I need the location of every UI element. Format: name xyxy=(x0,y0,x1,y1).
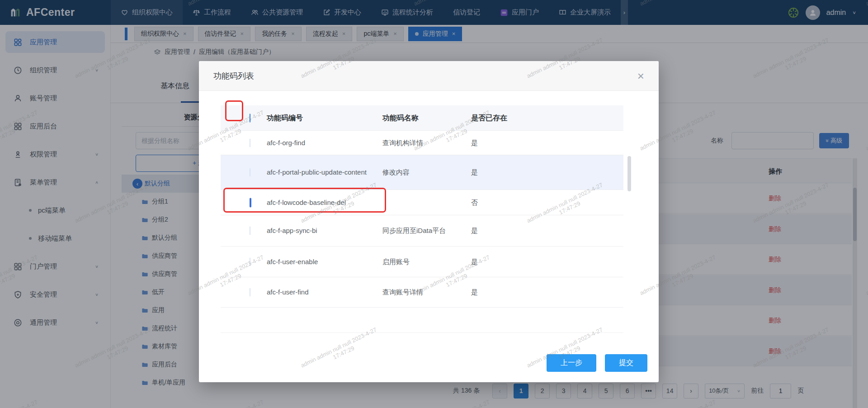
row-checkbox[interactable] xyxy=(250,138,250,147)
previous-step-button[interactable]: 上一步 xyxy=(547,354,596,372)
table-row: afc-f-app-sync-bi 同步应用至iData平台 是 xyxy=(221,215,623,247)
modal-title: 功能码列表 xyxy=(213,71,254,81)
exists-cell: 是 xyxy=(471,138,478,147)
table-row-highlighted: afc-f-portal-public-update-content 修改内容 … xyxy=(221,155,623,190)
row-checkbox[interactable] xyxy=(250,288,250,297)
row-checkbox[interactable] xyxy=(250,257,250,266)
name-cell: 修改内容 xyxy=(382,168,410,177)
row-checkbox[interactable] xyxy=(250,198,251,207)
code-cell: afc-f-user-find xyxy=(267,286,385,299)
table-cut-divider xyxy=(221,332,623,333)
row-checkbox[interactable] xyxy=(250,168,250,177)
code-cell: afc-f-lowcode-baseline-del xyxy=(267,196,385,209)
table-row: afc-f-org-find 查询机构详情 是 xyxy=(221,131,623,155)
name-cell: 查询账号详情 xyxy=(382,288,423,297)
exists-cell: 是 xyxy=(471,257,478,266)
table-row-annotated: afc-f-lowcode-baseline-del 否 xyxy=(221,190,623,215)
select-all-checkbox[interactable] xyxy=(250,114,250,122)
exists-cell: 是 xyxy=(471,227,478,235)
table-row: afc-f-user-enable 启用账号 是 xyxy=(221,247,623,277)
submit-button[interactable]: 提交 xyxy=(605,354,647,372)
exists-cell: 是 xyxy=(471,168,478,177)
column-header-exists: 是否已存在 xyxy=(471,113,507,123)
name-cell: 查询机构详情 xyxy=(382,138,423,147)
exists-cell: 否 xyxy=(471,198,478,207)
name-cell: 同步应用至iData平台 xyxy=(382,227,446,235)
table-header-row: 功能码编号 功能码名称 是否已存在 xyxy=(221,105,623,131)
name-cell: 启用账号 xyxy=(382,257,410,266)
function-code-modal: 功能码列表 × 功能码编号 功能码名称 是否已存在 afc-f-org-find… xyxy=(199,61,659,382)
modal-header: 功能码列表 × xyxy=(199,61,659,91)
column-header-code: 功能码编号 xyxy=(267,114,385,122)
column-header-name: 功能码名称 xyxy=(382,113,419,123)
exists-cell: 是 xyxy=(471,288,478,297)
function-code-table: 功能码编号 功能码名称 是否已存在 afc-f-org-find 查询机构详情 … xyxy=(221,105,623,308)
modal-scrollbar-thumb[interactable] xyxy=(627,156,631,191)
code-cell: afc-f-portal-public-update-content xyxy=(267,166,385,179)
row-checkbox[interactable] xyxy=(250,227,250,235)
code-cell: afc-f-org-find xyxy=(267,136,385,149)
close-icon[interactable]: × xyxy=(637,70,644,82)
modal-footer: 上一步 提交 xyxy=(199,354,659,372)
code-cell: afc-f-user-enable xyxy=(267,255,385,268)
table-row: afc-f-user-find 查询账号详情 是 xyxy=(221,277,623,308)
code-cell: afc-f-app-sync-bi xyxy=(267,224,385,237)
